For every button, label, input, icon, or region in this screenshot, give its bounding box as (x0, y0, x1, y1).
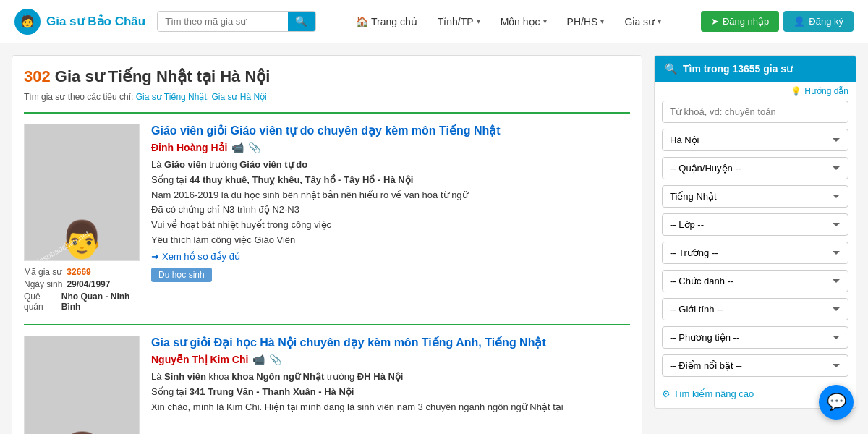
meta-row-id: Mã gia sư 32669 (24, 267, 140, 277)
gender-select[interactable]: -- Giới tính -- (662, 298, 848, 320)
avatar: 👩 (25, 336, 139, 434)
tutor-photo-section: 👨 Giasubaochau.net Mã gia sư 32669 Ngày … (24, 124, 140, 314)
content-area: 302 Gia sư Tiếng Nhật tại Hà Nội Tìm gia… (12, 55, 642, 434)
guide-icon: 💡 (791, 86, 801, 96)
transport-field: -- Phương tiện -- (655, 326, 856, 354)
contact-icon: 📎 (269, 354, 281, 365)
login-icon: ➤ (711, 16, 719, 27)
subject-field: Tiếng Nhật (655, 185, 856, 213)
sidebar-search-box: 🔍 Tìm trong 13655 gia sư 💡 Hướng dẫn Hà … (654, 55, 856, 409)
highlight-select[interactable]: -- Điểm nổi bật -- (662, 354, 848, 377)
meta-row-hometown: Quê quán Nho Quan - Ninh Bình (24, 292, 140, 312)
meta-row-dob: Ngày sinh 29/04/1997 (24, 279, 140, 289)
breadcrumb-link-subject[interactable]: Gia sư Tiếng Nhật (136, 92, 207, 102)
search-button[interactable]: 🔍 (288, 12, 315, 31)
register-icon: 👤 (793, 16, 805, 27)
search-icon: 🔍 (665, 63, 677, 75)
grade-field: -- Lớp -- (655, 213, 856, 242)
keyword-input[interactable] (662, 101, 848, 123)
title-field: -- Chức danh -- (655, 270, 856, 298)
tutor-meta: Mã gia sư 32669 Ngày sinh 29/04/1997 Quê… (24, 267, 140, 312)
tutor-description: Là Giáo viên trường Giáo viên tự do Sống… (151, 158, 630, 248)
sidebar: 🔍 Tìm trong 13655 gia sư 💡 Hướng dẫn Hà … (654, 55, 856, 434)
grade-select[interactable]: -- Lớp -- (662, 213, 848, 236)
school-field: -- Trường -- (655, 242, 856, 270)
tutor-title[interactable]: Gia sư giỏi Đại học Hà Nội chuyên dạy kè… (151, 336, 630, 349)
tutor-info: Gia sư giỏi Đại học Hà Nội chuyên dạy kè… (151, 336, 630, 434)
district-field: -- Quận/Huyện -- (655, 157, 856, 185)
tutor-title[interactable]: Giáo viên giỏi Giáo viên tự do chuyên dạ… (151, 124, 630, 137)
logo-icon: 🧑 (14, 9, 41, 35)
page-title: 302 Gia sư Tiếng Nhật tại Hà Nội (24, 67, 630, 86)
nav-item-home[interactable]: 🏠 Trang chủ (347, 12, 426, 32)
tutor-card: 👩 Giasubaochau.net Gia sư giỏi Đại học H… (24, 324, 630, 434)
keyword-field (655, 101, 856, 129)
tutor-description: Là Sinh viên khoa khoa Ngôn ngữ Nhật trư… (151, 370, 630, 414)
video-icon: 📹 (252, 354, 265, 365)
gear-icon: ⚙ (662, 388, 671, 399)
breadcrumb-link-city[interactable]: Gia sư Hà Nội (211, 92, 266, 102)
nav-item-giasu[interactable]: Gia sư ▾ (616, 12, 670, 32)
search-input[interactable] (158, 12, 288, 31)
subject-select[interactable]: Tiếng Nhật (662, 185, 848, 208)
chevron-down-icon: ▾ (658, 17, 661, 25)
tutor-card: 👨 Giasubaochau.net Mã gia sư 32669 Ngày … (24, 112, 630, 324)
video-icon: 📹 (231, 142, 244, 153)
chevron-down-icon: ▾ (543, 17, 547, 25)
highlight-tag: Du học sinh (151, 268, 212, 282)
gender-field: -- Giới tính -- (655, 298, 856, 326)
highlight-tags: Du học sinh (151, 268, 630, 282)
district-select[interactable]: -- Quận/Huyện -- (662, 157, 848, 179)
login-button[interactable]: ➤ Đăng nhập (701, 11, 779, 32)
tutor-name: Đinh Hoàng Hải 📹 📎 (151, 142, 630, 153)
header: 🧑 Gia sư Bảo Châu 🔍 🏠 Trang chủ Tỉnh/TP … (0, 0, 868, 43)
transport-select[interactable]: -- Phương tiện -- (662, 326, 848, 349)
header-search-box: 🔍 (157, 11, 316, 32)
logo-text: Gia sư Bảo Châu (46, 14, 145, 29)
nav-item-tinh[interactable]: Tỉnh/TP ▾ (429, 12, 489, 32)
nav-item-monhoc[interactable]: Môn học ▾ (492, 12, 556, 32)
contact-icon: 📎 (248, 142, 260, 153)
main-layout: 302 Gia sư Tiếng Nhật tại Hà Nội Tìm gia… (0, 43, 868, 434)
home-icon: 🏠 (356, 16, 368, 27)
messenger-bubble[interactable]: 💬 (819, 385, 854, 420)
tutor-name: Nguyễn Thị Kim Chi 📹 📎 (151, 354, 630, 365)
chevron-down-icon: ▾ (477, 17, 480, 25)
guide-link[interactable]: 💡 Hướng dẫn (655, 82, 856, 101)
chevron-down-icon: ▾ (600, 17, 604, 25)
view-profile-link[interactable]: ➜ Xem hồ sơ đầy đủ (151, 251, 240, 262)
tutor-photo-section: 👩 Giasubaochau.net (24, 336, 140, 434)
tutor-photo: 👨 Giasubaochau.net (24, 124, 140, 261)
register-button[interactable]: 👤 Đăng ký (783, 11, 854, 32)
city-field: Hà Nội (655, 129, 856, 157)
sidebar-search-header: 🔍 Tìm trong 13655 gia sư (655, 56, 856, 82)
breadcrumb: Tìm gia sư theo các tiêu chí: Gia sư Tiế… (24, 92, 630, 102)
school-select[interactable]: -- Trường -- (662, 242, 848, 264)
tutor-photo: 👩 Giasubaochau.net (24, 336, 140, 434)
header-buttons: ➤ Đăng nhập 👤 Đăng ký (701, 11, 854, 32)
nav-item-phhs[interactable]: PH/HS ▾ (558, 12, 613, 32)
city-select[interactable]: Hà Nội (662, 129, 848, 151)
main-nav: 🏠 Trang chủ Tỉnh/TP ▾ Môn học ▾ PH/HS ▾ … (328, 12, 689, 32)
title-select[interactable]: -- Chức danh -- (662, 270, 848, 292)
logo-area: 🧑 Gia sư Bảo Châu (14, 9, 145, 35)
tutor-info: Giáo viên giỏi Giáo viên tự do chuyên dạ… (151, 124, 630, 314)
highlight-field: -- Điểm nổi bật -- (655, 354, 856, 383)
